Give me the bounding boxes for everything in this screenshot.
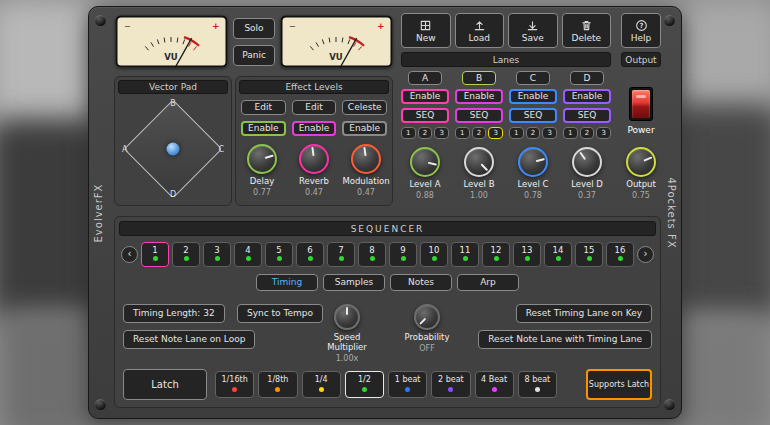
lane-column-d: D Enable SEQ 1 2 3 Level D 0.37 bbox=[563, 71, 611, 200]
lane-c-page-3[interactable]: 3 bbox=[542, 127, 557, 139]
modulation-knob-value: 0.47 bbox=[357, 188, 375, 197]
lane-a-page-1[interactable]: 1 bbox=[401, 127, 416, 139]
lane-a-enable-button[interactable]: Enable bbox=[401, 89, 449, 104]
step-8[interactable]: 8 bbox=[358, 242, 386, 267]
delay-enable-button[interactable]: Enable bbox=[241, 121, 286, 136]
output-header: Output bbox=[621, 52, 661, 67]
tab-notes[interactable]: Notes bbox=[390, 274, 452, 291]
level-d-knob[interactable] bbox=[572, 147, 602, 177]
reverb-enable-button[interactable]: Enable bbox=[292, 121, 337, 136]
help-icon: ? bbox=[635, 19, 648, 32]
reverb-knob[interactable] bbox=[299, 144, 329, 174]
lane-c-seq-button[interactable]: SEQ bbox=[509, 108, 557, 123]
reset-note-lane-timing-button[interactable]: Reset Note Lane with Timing Lane bbox=[478, 330, 652, 349]
step-4[interactable]: 4 bbox=[234, 242, 262, 267]
probability-knob[interactable] bbox=[414, 304, 440, 330]
lane-d-button[interactable]: D bbox=[570, 71, 604, 85]
probability-value: OFF bbox=[419, 344, 435, 353]
reset-note-lane-loop-button[interactable]: Reset Note Lane on Loop bbox=[123, 330, 255, 349]
step-12[interactable]: 12 bbox=[482, 242, 510, 267]
lane-d-seq-button[interactable]: SEQ bbox=[563, 108, 611, 123]
tab-timing[interactable]: Timing bbox=[256, 274, 318, 291]
lane-a-page-2[interactable]: 2 bbox=[418, 127, 433, 139]
level-a-knob[interactable] bbox=[410, 147, 440, 177]
latch-button[interactable]: Latch bbox=[123, 369, 207, 400]
solo-button[interactable]: Solo bbox=[233, 18, 275, 39]
lane-b-page-3[interactable]: 3 bbox=[488, 127, 503, 139]
lane-d-enable-button[interactable]: Enable bbox=[563, 89, 611, 104]
output-knob-value: 0.75 bbox=[632, 191, 650, 200]
step-11[interactable]: 11 bbox=[451, 242, 479, 267]
reset-timing-lane-key-button[interactable]: Reset Timing Lane on Key bbox=[516, 304, 652, 323]
level-c-knob[interactable] bbox=[518, 147, 548, 177]
step-3[interactable]: 3 bbox=[203, 242, 231, 267]
lane-b-page-1[interactable]: 1 bbox=[455, 127, 470, 139]
step-15[interactable]: 15 bbox=[575, 242, 603, 267]
lane-d-page-2[interactable]: 2 bbox=[580, 127, 595, 139]
timing-length-button[interactable]: Timing Length: 32 bbox=[123, 304, 225, 323]
division-label: 1 beat bbox=[395, 376, 421, 384]
modulation-enable-button[interactable]: Enable bbox=[342, 121, 387, 136]
level-c-value: 0.78 bbox=[524, 191, 542, 200]
tab-arp[interactable]: Arp bbox=[457, 274, 519, 291]
step-2[interactable]: 2 bbox=[172, 242, 200, 267]
lane-b-page-2[interactable]: 2 bbox=[472, 127, 487, 139]
lane-a-seq-button[interactable]: SEQ bbox=[401, 108, 449, 123]
step-14[interactable]: 14 bbox=[544, 242, 572, 267]
step-1[interactable]: 1 bbox=[141, 242, 169, 267]
level-b-knob[interactable] bbox=[464, 147, 494, 177]
lane-b-button[interactable]: B bbox=[462, 71, 496, 85]
step-16[interactable]: 16 bbox=[606, 242, 634, 267]
step-5[interactable]: 5 bbox=[265, 242, 293, 267]
help-button[interactable]: ? Help bbox=[621, 13, 661, 48]
step-7[interactable]: 7 bbox=[327, 242, 355, 267]
save-button[interactable]: Save bbox=[508, 13, 558, 48]
division-8-beat[interactable]: 8 beat bbox=[518, 371, 557, 398]
steps-next-button[interactable]: › bbox=[637, 246, 654, 263]
output-knob[interactable] bbox=[626, 147, 656, 177]
supports-latch-button[interactable]: Supports Latch bbox=[586, 369, 652, 400]
new-button[interactable]: New bbox=[401, 13, 451, 48]
edit-delay-button[interactable]: Edit bbox=[241, 100, 286, 115]
speed-multiplier-knob[interactable] bbox=[334, 304, 360, 330]
vector-pad[interactable]: B A C D bbox=[119, 97, 227, 201]
step-number: 14 bbox=[553, 246, 564, 255]
division-1-8th[interactable]: 1/8th bbox=[258, 371, 297, 398]
lane-c-page-1[interactable]: 1 bbox=[509, 127, 524, 139]
tab-samples[interactable]: Samples bbox=[323, 274, 385, 291]
lane-a-page-3[interactable]: 3 bbox=[434, 127, 449, 139]
lane-b-enable-button[interactable]: Enable bbox=[455, 89, 503, 104]
division-4-beat[interactable]: 4 Beat bbox=[475, 371, 514, 398]
division-1-16th[interactable]: 1/16th bbox=[215, 371, 254, 398]
step-9[interactable]: 9 bbox=[389, 242, 417, 267]
panic-button[interactable]: Panic bbox=[233, 45, 275, 66]
division-1-4[interactable]: 1/4 bbox=[302, 371, 341, 398]
lane-d-page-3[interactable]: 3 bbox=[596, 127, 611, 139]
step-6[interactable]: 6 bbox=[296, 242, 324, 267]
delay-knob[interactable] bbox=[247, 144, 277, 174]
vector-pad-cursor[interactable] bbox=[167, 143, 180, 156]
lane-d-page-1[interactable]: 1 bbox=[563, 127, 578, 139]
power-switch[interactable] bbox=[629, 87, 653, 121]
celeste-button[interactable]: Celeste bbox=[342, 100, 387, 115]
lane-a-button[interactable]: A bbox=[408, 71, 442, 85]
step-dot bbox=[184, 256, 189, 261]
step-10[interactable]: 10 bbox=[420, 242, 448, 267]
delete-button[interactable]: Delete bbox=[562, 13, 612, 48]
vu-plus-mark: + bbox=[377, 21, 385, 31]
step-13[interactable]: 13 bbox=[513, 242, 541, 267]
lane-c-enable-button[interactable]: Enable bbox=[509, 89, 557, 104]
modulation-knob[interactable] bbox=[351, 144, 381, 174]
lane-c-page-2[interactable]: 2 bbox=[526, 127, 541, 139]
division-1-2[interactable]: 1/2 bbox=[345, 371, 384, 398]
division-2-beat[interactable]: 2 beat bbox=[431, 371, 470, 398]
division-1-beat[interactable]: 1 beat bbox=[388, 371, 427, 398]
trash-icon bbox=[580, 19, 593, 32]
lane-b-seq-button[interactable]: SEQ bbox=[455, 108, 503, 123]
steps-prev-button[interactable]: ‹ bbox=[121, 246, 138, 263]
sync-to-tempo-button[interactable]: Sync to Tempo bbox=[237, 304, 323, 323]
load-button[interactable]: Load bbox=[455, 13, 505, 48]
lane-c-button[interactable]: C bbox=[516, 71, 550, 85]
edit-reverb-button[interactable]: Edit bbox=[292, 100, 337, 115]
background-blur bbox=[0, 310, 95, 425]
